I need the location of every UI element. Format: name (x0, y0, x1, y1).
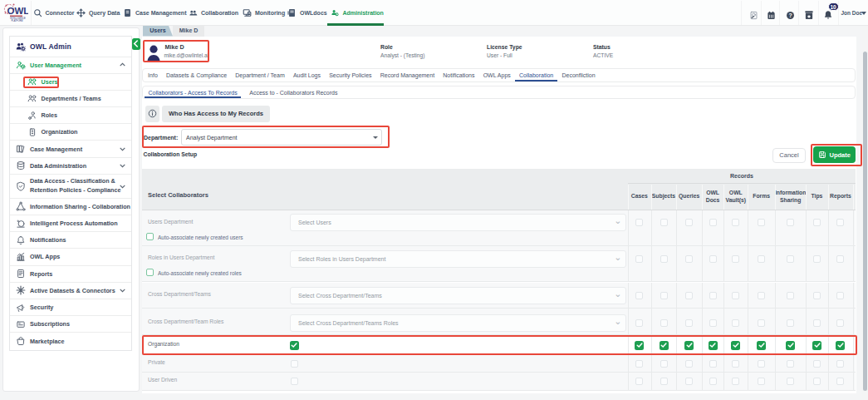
svg-text:PLATFORM: PLATFORM (12, 19, 23, 22)
svg-text:?: ? (788, 12, 792, 18)
svg-text:OWL: OWL (7, 6, 29, 16)
